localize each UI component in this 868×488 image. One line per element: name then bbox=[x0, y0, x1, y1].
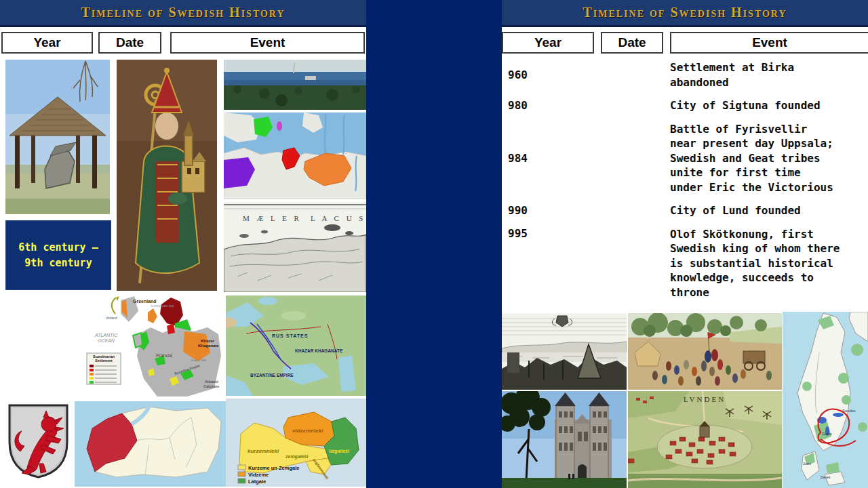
viking-label-abbasid-1: Abbasid bbox=[205, 380, 218, 384]
viking-expansion-map: Greenland Vinland ATLANTIC OCEAN NORWEGI… bbox=[68, 293, 224, 399]
timeline-row-995: 995 Olof Skötkonung, first Swedish king … bbox=[502, 227, 868, 300]
scand-label-danes: Danes bbox=[821, 475, 831, 479]
timeline-event: City of Sigtuna founded bbox=[670, 98, 863, 113]
viking-label-vinland: Vinland bbox=[106, 316, 117, 320]
right-column-header-date: Date bbox=[601, 32, 663, 54]
viking-label-abbasid-2: Caliphate bbox=[203, 384, 219, 388]
viking-map-legend: Scandinavian Settlement bbox=[87, 353, 121, 384]
viking-label-atlantic-2: OCEAN bbox=[98, 338, 115, 343]
latvia-legend-latgale: Latgale bbox=[248, 479, 266, 485]
viking-legend-title-2: Settlement bbox=[95, 359, 113, 363]
left-column-header-date: Date bbox=[98, 32, 161, 54]
saint-ansgar-painting bbox=[117, 60, 217, 291]
left-title-bar: Timeline of Swedish History bbox=[0, 0, 366, 27]
lund-cathedral-photo bbox=[502, 391, 627, 488]
period-label: 6th century – 9th century bbox=[18, 240, 98, 271]
latvia-regions-map-graphic: kurzemnieki vidzemnieki zemgaleši latgal… bbox=[226, 399, 366, 487]
latvia-regions-map: kurzemnieki vidzemnieki zemgaleši latgal… bbox=[226, 399, 366, 487]
latvia-legend-vidzeme: Vidzeme bbox=[248, 472, 269, 478]
lund-old-city-map-graphic: LVNDEN bbox=[628, 391, 782, 488]
timeline-year: 990 bbox=[502, 204, 670, 217]
timeline-row-960: 960 Settlement at Birka abandoned bbox=[502, 60, 868, 89]
viking-label-norwegian-sea: NORWEGIAN SEA bbox=[151, 304, 174, 308]
assembly-painting-graphic bbox=[628, 313, 782, 390]
timeline-event: City of Lund founded bbox=[670, 203, 863, 218]
red-lion-coat-of-arms bbox=[5, 401, 71, 480]
viking-label-black-sea: BLACK SEA bbox=[191, 359, 207, 362]
lund-cathedral-graphic bbox=[502, 391, 627, 488]
maelar-label-left: M Æ L E R bbox=[243, 214, 302, 222]
lund-old-city-map: LVNDEN bbox=[628, 391, 782, 488]
shield-icon bbox=[5, 401, 71, 480]
viking-label-greenland: Greenland bbox=[133, 299, 157, 304]
right-column-header-year: Year bbox=[502, 32, 594, 54]
rus-trade-routes-map-graphic: RUS STATES KHAZAR KHAGANATE BYZANTINE EM… bbox=[226, 296, 366, 396]
viking-label-khazar-1: Khazar bbox=[201, 339, 215, 343]
latvia-label-latgalesi: latgalieši bbox=[329, 449, 350, 454]
left-slide-title: Timeline of Swedish History bbox=[81, 5, 285, 20]
left-column-header-event: Event bbox=[170, 32, 365, 54]
scandinavia-tribes-map: Swedes Geats Jutes Danes bbox=[783, 312, 868, 488]
sigtuna-engraving bbox=[502, 313, 627, 390]
baltic-tribes-map bbox=[224, 113, 366, 199]
rus-trade-routes-map: RUS STATES KHAZAR KHAGANATE BYZANTINE EM… bbox=[226, 296, 366, 396]
right-column-header-event: Event bbox=[670, 32, 868, 54]
timeline-year: 980 bbox=[502, 99, 670, 112]
scand-label-swedes: Swedes bbox=[842, 409, 856, 413]
runestone-shelter-graphic bbox=[5, 60, 110, 214]
timeline-event: Battle of Fyrisvellir near present day U… bbox=[670, 122, 863, 195]
sigtuna-engraving-graphic bbox=[502, 313, 627, 390]
scand-label-geats: Geats bbox=[822, 432, 832, 436]
coastal-landscape-graphic bbox=[224, 60, 366, 110]
rus-label-khazar: KHAZAR KHAGANATE bbox=[295, 348, 343, 353]
latvia-label-zemgalesi: zemgaleši bbox=[285, 454, 309, 460]
timeline-row-990: 990 City of Lund founded bbox=[502, 203, 868, 218]
left-column-header-year: Year bbox=[1, 32, 93, 54]
timeline-year: 960 bbox=[502, 68, 670, 81]
slide-left: Timeline of Swedish History Year Date Ev… bbox=[0, 0, 366, 488]
viking-label-atlantic-1: ATLANTIC bbox=[94, 333, 118, 338]
period-label-box: 6th century – 9th century bbox=[5, 220, 111, 290]
scand-label-jutes: Jutes bbox=[803, 462, 811, 466]
saint-ansgar-graphic bbox=[117, 60, 217, 291]
timeline: 960 Settlement at Birka abandoned 980 Ci… bbox=[502, 57, 868, 308]
coastal-landscape-photo bbox=[224, 60, 366, 110]
timeline-row-984: 984 Battle of Fyrisvellir near present d… bbox=[502, 122, 868, 195]
viking-label-francia: Francia bbox=[156, 353, 172, 358]
timeline-row-980: 980 City of Sigtuna founded bbox=[502, 98, 868, 113]
courland-highlight-map bbox=[75, 401, 226, 487]
rus-label-rus-states: RUS STATES bbox=[272, 333, 308, 338]
timeline-event: Settlement at Birka abandoned bbox=[670, 60, 863, 89]
latvia-label-vidzemnieki: vidzemnieki bbox=[292, 428, 323, 434]
lake-malaren-old-map: M Æ L E R L A C U S bbox=[224, 202, 366, 292]
rus-label-byzantine: BYZANTINE EMPIRE bbox=[250, 373, 294, 378]
right-title-bar: Timeline of Swedish History bbox=[502, 0, 868, 27]
baltic-tribes-map-graphic bbox=[224, 113, 366, 199]
viking-label-khazar-2: Khaganate bbox=[198, 344, 219, 348]
latvia-label-kurzemnieki: kurzemnieki bbox=[248, 448, 279, 454]
lake-malaren-old-map-graphic: M Æ L E R L A C U S bbox=[224, 202, 366, 292]
right-slide-title: Timeline of Swedish History bbox=[583, 5, 787, 20]
lund-map-title: LVNDEN bbox=[684, 395, 726, 403]
slide-right: Timeline of Swedish History Year Date Ev… bbox=[502, 0, 868, 488]
timeline-year: 984 bbox=[502, 152, 670, 165]
runestone-shelter-photo bbox=[5, 60, 110, 214]
maelar-label-right: L A C U S bbox=[311, 214, 366, 222]
viking-expansion-map-graphic: Greenland Vinland ATLANTIC OCEAN NORWEGI… bbox=[68, 293, 224, 399]
courland-highlight-map-graphic bbox=[75, 401, 226, 487]
latvia-legend-kurzeme: Kurzeme un Zemgale bbox=[248, 465, 299, 471]
scandinavia-tribes-map-graphic: Swedes Geats Jutes Danes bbox=[783, 312, 868, 488]
assembly-painting bbox=[628, 313, 782, 390]
timeline-year: 995 bbox=[502, 227, 670, 240]
timeline-event: Olof Skötkonung, first Swedish king of w… bbox=[670, 227, 863, 300]
